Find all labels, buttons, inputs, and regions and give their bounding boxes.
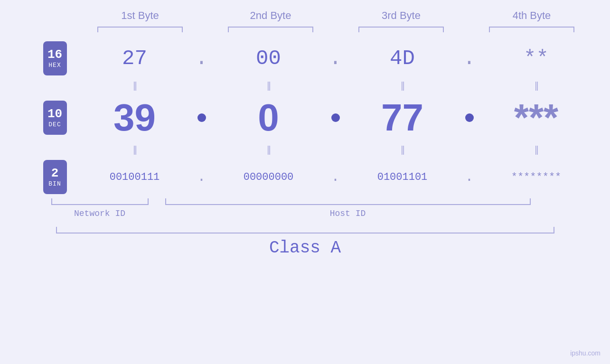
dot-circle-2 [331,113,340,122]
network-id-label: Network ID [51,209,149,218]
watermark: ipshu.com [570,349,601,357]
eq1-b3: || [353,80,452,91]
host-id-label: Host ID [165,209,531,218]
hex-b2: 00 [219,47,319,70]
byte-labels-row: 1st Byte 2nd Byte 3rd Byte 4th Byte [75,9,597,22]
bottom-labels-row: Network ID Host ID [51,205,610,218]
hex-row: 16 HEX 27 . 00 . 4D . ** [20,39,590,77]
byte-label-2: 2nd Byte [218,9,323,22]
dec-values-row: 39 0 77 *** [81,96,590,140]
hex-values-row: 27 . 00 . 4D . ** [81,47,590,70]
bin-b3: 01001101 [353,171,452,183]
main-container: 1st Byte 2nd Byte 3rd Byte 4th Byte 16 H… [0,0,610,364]
equals-row-1: || || || || [20,77,590,94]
dec-dot-2 [326,113,345,122]
eq1-values: || || || || [81,80,590,91]
bracket-top-2 [228,27,313,32]
bin-dot-2: . [326,169,345,185]
dec-b2: 0 [219,96,319,140]
dot-circle-1 [197,113,206,122]
bin-badge: 2 BIN [43,160,67,194]
dec-b3: 77 [353,96,452,140]
eq1-b1: || [85,80,185,91]
dec-dot-1 [192,113,211,122]
eq2-b4: || [487,144,586,155]
bin-row: 2 BIN 00100111 . 00000000 . 01001101 . *… [20,158,590,196]
bottom-brackets-row [51,198,610,205]
equals-row-2: || || || || [20,141,590,158]
bin-values-row: 00100111 . 00000000 . 01001101 . *******… [81,169,590,185]
top-brackets [75,27,597,32]
byte-label-4: 4th Byte [479,9,584,22]
dec-b1: 39 [85,96,185,140]
dec-badge: 10 DEC [43,101,67,135]
eq2-values: || || || || [81,144,590,155]
bracket-top-1 [97,27,183,32]
byte-label-3: 3rd Byte [349,9,453,22]
hex-badge: 16 HEX [43,41,67,75]
bracket-network-id [51,198,149,205]
hex-dot-2: . [326,47,345,70]
hex-dot-3: . [460,47,479,70]
bracket-top-4 [489,27,574,32]
class-label: Class A [269,238,341,258]
dot-circle-3 [465,113,474,122]
bin-dot-3: . [460,169,479,185]
eq1-b4: || [487,80,586,91]
bin-b4: ******** [487,171,586,183]
byte-label-1: 1st Byte [88,9,192,22]
hex-b1: 27 [85,47,185,70]
hex-b3: 4D [353,47,452,70]
dec-dot-3 [460,113,479,122]
bottom-brackets-section: Network ID Host ID [51,198,610,218]
bin-b2: 00000000 [219,171,319,183]
bin-dot-1: . [192,169,211,185]
bracket-top-3 [358,27,444,32]
eq2-b2: || [219,144,319,155]
full-bottom-bracket [56,227,554,233]
hex-b4: ** [487,47,586,70]
eq2-b1: || [85,144,185,155]
eq2-b3: || [353,144,452,155]
bin-b1: 00100111 [85,171,185,183]
dec-b4: *** [487,96,586,140]
dec-row: 10 DEC 39 0 77 *** [20,94,590,141]
bracket-host-id [165,198,531,205]
eq1-b2: || [219,80,319,91]
hex-dot-1: . [192,47,211,70]
